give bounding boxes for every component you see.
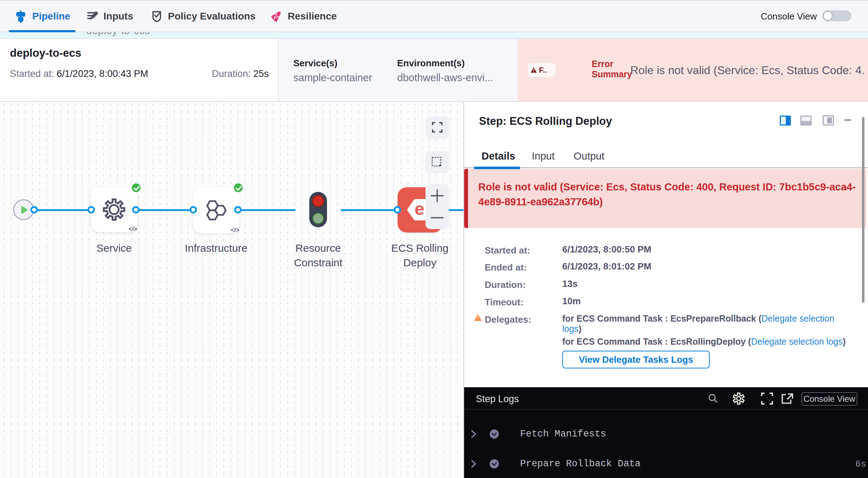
svg-text:e: e bbox=[415, 199, 424, 219]
